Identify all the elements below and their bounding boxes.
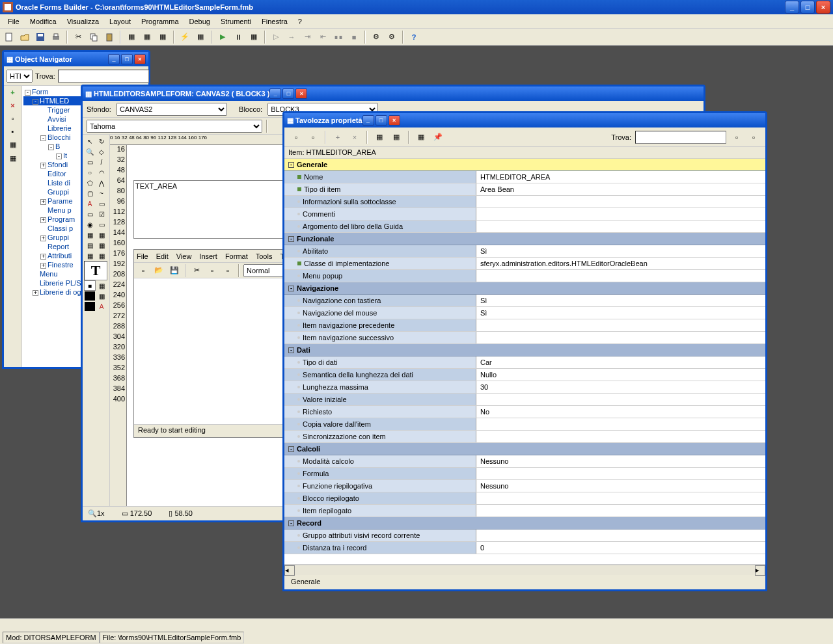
expand-icon[interactable]: ▫ <box>12 114 14 122</box>
fill-color[interactable]: ■ <box>84 280 96 291</box>
close-button[interactable]: × <box>295 88 307 99</box>
scroll-left-button[interactable]: ◂ <box>284 565 295 576</box>
app-titlebar[interactable]: Oracle Forms Builder - C:\orant\forms90\… <box>0 0 833 14</box>
scroll-right-button[interactable]: ▸ <box>755 565 765 576</box>
menu-finestra[interactable]: Finestra <box>256 16 293 27</box>
scroll-track[interactable] <box>295 565 755 575</box>
delete-icon[interactable]: × <box>348 131 361 144</box>
new-icon[interactable] <box>3 31 16 44</box>
tool-icon[interactable]: ▦ <box>156 31 169 44</box>
maximize-button[interactable]: □ <box>376 115 387 126</box>
stop-icon[interactable]: ⏸ <box>232 31 245 44</box>
play-icon[interactable]: ▷ <box>269 31 282 44</box>
color-tool[interactable]: A <box>96 301 107 312</box>
polygon-tool[interactable]: ⬠ <box>84 178 96 188</box>
collapse-icon[interactable]: ▪ <box>12 127 14 135</box>
prop-row[interactable]: Informazioni sulla sottoclasse <box>284 196 765 208</box>
tool-icon[interactable]: ▦ <box>10 141 16 149</box>
copy-icon[interactable] <box>87 31 100 44</box>
tool-icon[interactable]: ▦ <box>247 31 260 44</box>
tab-tool[interactable]: ▦ <box>84 250 96 261</box>
step-icon[interactable]: → <box>285 31 298 44</box>
close-button[interactable]: × <box>134 54 146 64</box>
prop-row[interactable]: Gruppo attributi visivi record corrente <box>284 530 765 542</box>
prop-row[interactable]: Menu popup <box>284 270 765 282</box>
pin-icon[interactable]: 📌 <box>431 131 444 144</box>
print-icon[interactable] <box>49 31 62 44</box>
menu-visualizza[interactable]: Visualizza <box>62 16 104 27</box>
copy-icon[interactable]: ▫ <box>206 264 219 277</box>
tool[interactable]: ▦ <box>96 240 107 250</box>
shape-tool[interactable]: ◇ <box>96 146 107 157</box>
prop-row[interactable]: RichiestoNo <box>284 406 765 418</box>
prop-row[interactable]: Item navigazione successivo <box>284 332 765 344</box>
property-grid[interactable]: - Generale NomeHTMLEDITOR_AREA Tipo di i… <box>284 159 765 565</box>
prop-row[interactable]: Valore iniziale <box>284 394 765 406</box>
class-icon[interactable]: ▦ <box>415 131 428 144</box>
step-icon[interactable]: ⇥ <box>301 31 314 44</box>
rotate-tool[interactable]: ↻ <box>96 136 107 146</box>
prop-row[interactable]: Copia valore dall'item <box>284 418 765 431</box>
checkbox-tool[interactable]: ☑ <box>96 209 107 219</box>
prop-row[interactable]: Blocco riepilogato <box>284 492 765 505</box>
image-tool[interactable]: ▦ <box>84 230 96 240</box>
close-button[interactable]: × <box>816 1 830 14</box>
menu-layout[interactable]: Layout <box>104 16 136 27</box>
ellipse-tool[interactable]: ○ <box>84 167 96 178</box>
roundrect-tool[interactable]: ▢ <box>84 188 96 198</box>
text-tool[interactable]: A <box>84 198 96 209</box>
stop-icon[interactable]: ■ <box>348 31 361 44</box>
tool-icon[interactable]: ▦ <box>10 154 16 163</box>
prop-category[interactable]: - Dati <box>284 344 765 356</box>
prop-category[interactable]: - Funzionale <box>284 233 765 245</box>
step-icon[interactable]: ⇤ <box>316 31 329 44</box>
line-color[interactable]: ■ <box>84 291 96 301</box>
prop-category[interactable]: - Generale <box>284 159 765 171</box>
maximize-button[interactable]: □ <box>121 54 133 64</box>
sfondo-select[interactable]: CANVAS2 <box>116 103 227 116</box>
objnav-titlebar[interactable]: ▦ Object Navigator _ □ × <box>4 52 148 66</box>
run-icon[interactable]: ▶ <box>216 31 229 44</box>
maximize-button[interactable]: □ <box>282 88 294 99</box>
prop-find-input[interactable] <box>635 131 726 144</box>
menu-modifica[interactable]: Modifica <box>25 16 62 27</box>
menu-strumenti[interactable]: Strumenti <box>215 16 256 27</box>
pointer-tool[interactable]: ↖ <box>84 136 96 146</box>
find-next-icon[interactable]: ▫ <box>747 131 760 144</box>
close-button[interactable]: × <box>389 115 400 126</box>
text-item-large[interactable]: T <box>84 261 107 280</box>
prop-category[interactable]: - Record <box>284 517 765 530</box>
pause-icon[interactable]: ∎∎ <box>332 31 345 44</box>
prop-row[interactable]: Commenti <box>284 208 765 221</box>
compile-icon[interactable]: ⚙ <box>370 31 383 44</box>
prop-row[interactable]: Modalità calcoloNessuno <box>284 455 765 468</box>
he-menu-file[interactable]: File <box>137 252 148 260</box>
prop-row[interactable]: NomeHTMLEDITOR_AREA <box>284 171 765 183</box>
canvas-titlebar[interactable]: ▦ HTMLEDITORSAMPLEFORM: CANVAS2 ( BLOCK3… <box>83 87 703 101</box>
new-icon[interactable]: ▫ <box>137 264 150 277</box>
prop-row[interactable]: Distanza tra i record0 <box>284 542 765 554</box>
prop-row[interactable]: Semantica della lunghezza dei datiNullo <box>284 369 765 381</box>
button-tool[interactable]: ▭ <box>84 209 96 219</box>
prop-category[interactable]: - Calcoli <box>284 443 765 455</box>
zoom-tool[interactable]: 🔍 <box>84 146 96 157</box>
delete-icon[interactable]: × <box>10 101 14 109</box>
add-icon[interactable]: + <box>331 131 344 144</box>
tool-icon[interactable]: ▦ <box>194 31 207 44</box>
he-menu-tools[interactable]: Tools <box>256 252 273 260</box>
minimize-button[interactable]: _ <box>785 1 799 14</box>
tool-icon[interactable]: ▦ <box>141 31 154 44</box>
line-tool[interactable]: / <box>96 157 107 167</box>
he-menu-view[interactable]: View <box>176 252 192 260</box>
union-icon[interactable]: ▦ <box>373 131 386 144</box>
menu-programma[interactable]: Programma <box>136 16 184 27</box>
prop-row[interactable]: Lunghezza massima30 <box>284 381 765 394</box>
save-icon[interactable] <box>34 31 47 44</box>
rect-tool[interactable]: ▭ <box>84 157 96 167</box>
minimize-button[interactable]: _ <box>269 88 281 99</box>
prop-row[interactable]: Classe di implementazionesferyx.administ… <box>284 258 765 270</box>
compile-icon[interactable]: ⚙ <box>385 31 398 44</box>
paste-props-icon[interactable]: ▫ <box>307 131 320 144</box>
prop-row[interactable]: Item riepilogato <box>284 505 765 517</box>
prop-row[interactable]: Navigazione con tastieraSì <box>284 295 765 307</box>
